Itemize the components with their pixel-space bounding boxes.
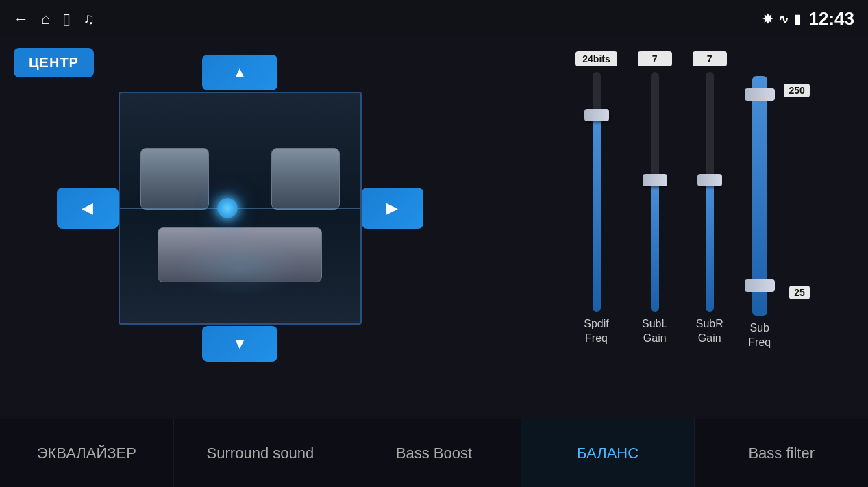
up-button[interactable]: ▲ xyxy=(202,55,277,90)
subr-handle[interactable] xyxy=(697,174,722,186)
bluetooth-icon: ✸ xyxy=(762,12,773,27)
clock: 12:43 xyxy=(809,8,855,29)
right-panel: 24bits Spdif Freq 7 SubL xyxy=(480,38,868,419)
subfreq-handle-top[interactable] xyxy=(745,88,775,101)
spdif-track xyxy=(593,72,601,312)
status-bar: ← ⌂ ▯ ♫ ✸ ∿ ▮ 12:43 xyxy=(0,0,868,38)
subl-badge: 7 xyxy=(638,51,672,66)
wifi-icon: ∿ xyxy=(778,12,789,27)
right-arrow-icon: ▶ xyxy=(386,199,398,217)
left-button[interactable]: ◀ xyxy=(57,188,119,229)
middle-row: ◀ ▶ xyxy=(57,92,423,325)
crosshair-vertical xyxy=(240,93,240,323)
subr-track xyxy=(706,72,714,312)
battery-icon: ▮ xyxy=(794,12,801,27)
tab-bassboost[interactable]: Bass Boost xyxy=(347,419,521,487)
subr-fill xyxy=(706,180,714,312)
home-icon[interactable]: ⌂ xyxy=(41,10,50,28)
balance-controls: ▲ ◀ xyxy=(14,55,466,362)
tab-balance[interactable]: БАЛАНС xyxy=(521,419,695,487)
slider-spdif: 24bits Spdif Freq xyxy=(575,51,617,346)
tab-bassfilter[interactable]: Bass filter xyxy=(695,419,868,487)
back-icon[interactable]: ← xyxy=(14,10,29,28)
subr-track-container xyxy=(697,72,722,312)
slider-subl: 7 SubL Gain xyxy=(638,51,672,346)
front-right-seat xyxy=(271,148,340,210)
status-right: ✸ ∿ ▮ 12:43 xyxy=(762,8,855,29)
subl-track-container xyxy=(643,72,667,312)
nav-controls: ← ⌂ ▯ ♫ xyxy=(14,10,95,28)
front-left-seat xyxy=(140,148,209,210)
center-button[interactable]: ЦЕНТР xyxy=(14,48,94,77)
bottom-tabs: ЭКВАЛАЙЗЕР Surround sound Bass Boost БАЛ… xyxy=(0,419,868,487)
subr-label: SubR Gain xyxy=(696,317,723,346)
subl-label: SubL Gain xyxy=(642,317,667,346)
subl-fill xyxy=(651,180,659,312)
subfreq-track-container: 250 25 xyxy=(747,76,772,316)
tab-eq[interactable]: ЭКВАЛАЙЗЕР xyxy=(0,419,174,487)
slider-subfreq: 250 25 Sub Freq xyxy=(747,51,772,350)
subl-track xyxy=(651,72,659,312)
down-button[interactable]: ▼ xyxy=(202,326,277,362)
spdif-fill xyxy=(593,115,601,312)
spdif-label: Spdif Freq xyxy=(584,317,608,346)
car-view xyxy=(119,92,362,325)
tab-surround[interactable]: Surround sound xyxy=(174,419,348,487)
subr-badge: 7 xyxy=(693,51,727,66)
subfreq-track xyxy=(752,76,767,316)
subfreq-handle-bottom[interactable] xyxy=(745,279,775,292)
balance-dot[interactable] xyxy=(217,198,238,218)
system-icons: ✸ ∿ ▮ xyxy=(762,12,801,27)
subfreq-label: Sub Freq xyxy=(748,321,771,350)
main-content: ЦЕНТР ▲ ◀ xyxy=(0,38,868,419)
left-panel: ЦЕНТР ▲ ◀ xyxy=(0,38,480,419)
slider-subr: 7 SubR Gain xyxy=(693,51,727,346)
down-arrow-icon: ▼ xyxy=(232,335,247,353)
spdif-handle[interactable] xyxy=(584,109,609,121)
music-icon[interactable]: ♫ xyxy=(83,10,95,28)
copy-icon[interactable]: ▯ xyxy=(62,10,71,28)
subfreq-top-label: 250 xyxy=(784,84,809,97)
subfreq-bottom-label: 25 xyxy=(789,286,810,299)
up-arrow-icon: ▲ xyxy=(232,64,247,82)
spdif-track-container xyxy=(584,72,609,312)
left-arrow-icon: ◀ xyxy=(82,199,93,217)
right-button[interactable]: ▶ xyxy=(362,188,423,229)
spdif-badge: 24bits xyxy=(575,51,617,66)
subl-handle[interactable] xyxy=(643,174,667,186)
